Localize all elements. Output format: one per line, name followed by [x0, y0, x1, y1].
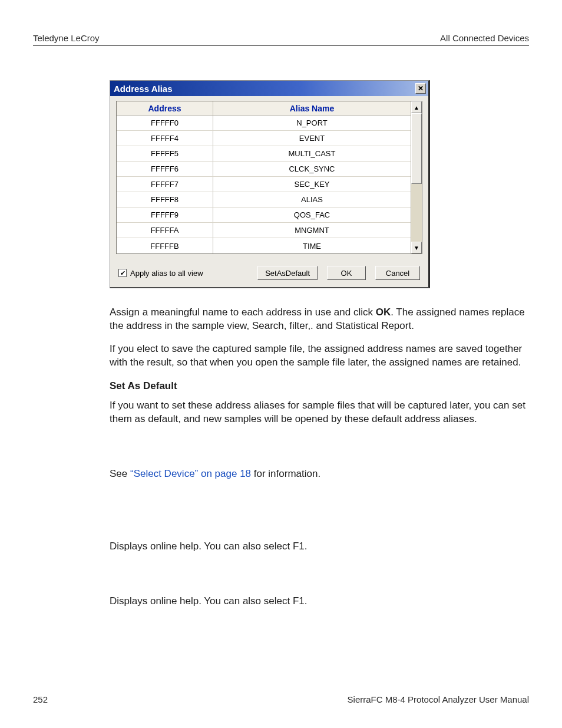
text: for information. — [251, 468, 320, 479]
checkbox-icon[interactable]: ✔ — [118, 269, 127, 277]
address-cell[interactable]: FFFFF8 — [117, 192, 213, 207]
table-row[interactable]: FFFFF8ALIAS — [117, 192, 411, 207]
paragraph: Assign a meaningful name to each address… — [110, 306, 534, 333]
paragraph: If you want to set these address aliases… — [110, 399, 534, 426]
page-number: 252 — [33, 694, 48, 704]
address-cell[interactable]: FFFFF0 — [117, 116, 213, 130]
table-row[interactable]: FFFFF0N_PORT — [117, 116, 411, 131]
alias-cell[interactable]: SEC_KEY — [213, 177, 411, 192]
address-cell[interactable]: FFFFF7 — [117, 177, 213, 192]
table-row[interactable]: FFFFFBTIME — [117, 238, 411, 253]
paragraph: Displays online help. You can also selec… — [110, 595, 534, 608]
alias-cell[interactable]: EVENT — [213, 131, 411, 146]
subheading: Set As Default — [110, 380, 534, 392]
table-row[interactable]: FFFFF7SEC_KEY — [117, 177, 411, 192]
table-row[interactable]: FFFFF6CLCK_SYNC — [117, 162, 411, 177]
text-bold: OK — [376, 307, 391, 318]
address-cell[interactable]: FFFFFA — [117, 223, 213, 238]
table-row[interactable]: FFFFF9QOS_FAC — [117, 207, 411, 223]
dialog-title: Address Alias — [114, 84, 173, 94]
paragraph: If you elect to save the captured sample… — [110, 342, 534, 370]
alias-cell[interactable]: N_PORT — [213, 116, 411, 130]
apply-alias-label: Apply alias to all view — [130, 269, 203, 278]
column-header-address[interactable]: Address — [117, 101, 213, 115]
vertical-scrollbar[interactable]: ▲ ▼ — [411, 101, 422, 253]
scroll-down-icon[interactable]: ▼ — [411, 242, 422, 253]
address-cell[interactable]: FFFFF6 — [117, 162, 213, 176]
alias-cell[interactable]: MULTI_CAST — [213, 146, 411, 161]
scroll-up-icon[interactable]: ▲ — [411, 101, 422, 113]
header-rule — [33, 45, 529, 46]
paragraph: See “Select Device” on page 18 for infor… — [110, 467, 534, 481]
text: See — [110, 468, 130, 479]
scroll-track[interactable] — [411, 184, 422, 242]
header-right: All Connected Devices — [440, 33, 529, 43]
header-left: Teledyne LeCroy — [33, 33, 100, 43]
alias-cell[interactable]: ALIAS — [213, 192, 411, 207]
footer-title: SierraFC M8-4 Protocol Analyzer User Man… — [348, 694, 529, 704]
scroll-thumb[interactable] — [411, 113, 422, 184]
alias-cell[interactable]: CLCK_SYNC — [213, 162, 411, 176]
close-icon[interactable]: ✕ — [415, 83, 426, 94]
table-row[interactable]: FFFFF5MULTI_CAST — [117, 146, 411, 162]
column-header-alias[interactable]: Alias Name — [213, 101, 411, 115]
address-cell[interactable]: FFFFF5 — [117, 146, 213, 161]
table-row[interactable]: FFFFFAMNGMNT — [117, 223, 411, 238]
cross-reference-link[interactable]: “Select Device” on page 18 — [130, 468, 251, 479]
alias-cell[interactable]: QOS_FAC — [213, 207, 411, 222]
address-cell[interactable]: FFFFF9 — [117, 207, 213, 222]
paragraph: Displays online help. You can also selec… — [110, 540, 534, 554]
cancel-button[interactable]: Cancel — [375, 266, 420, 280]
alias-table: Address Alias Name FFFFF0N_PORTFFFFF4EVE… — [116, 101, 422, 254]
set-as-default-button[interactable]: SetAsDefault — [257, 266, 318, 280]
address-alias-dialog: Address Alias ✕ Address Alias Name FFFFF… — [110, 80, 430, 288]
address-cell[interactable]: FFFFF4 — [117, 131, 213, 146]
ok-button[interactable]: OK — [327, 266, 366, 280]
alias-cell[interactable]: TIME — [213, 238, 411, 253]
dialog-titlebar[interactable]: Address Alias ✕ — [110, 81, 428, 96]
apply-alias-checkbox[interactable]: ✔ Apply alias to all view — [118, 269, 203, 278]
alias-cell[interactable]: MNGMNT — [213, 223, 411, 238]
table-row[interactable]: FFFFF4EVENT — [117, 131, 411, 146]
text: Assign a meaningful name to each address… — [110, 307, 376, 318]
address-cell[interactable]: FFFFFB — [117, 238, 213, 253]
